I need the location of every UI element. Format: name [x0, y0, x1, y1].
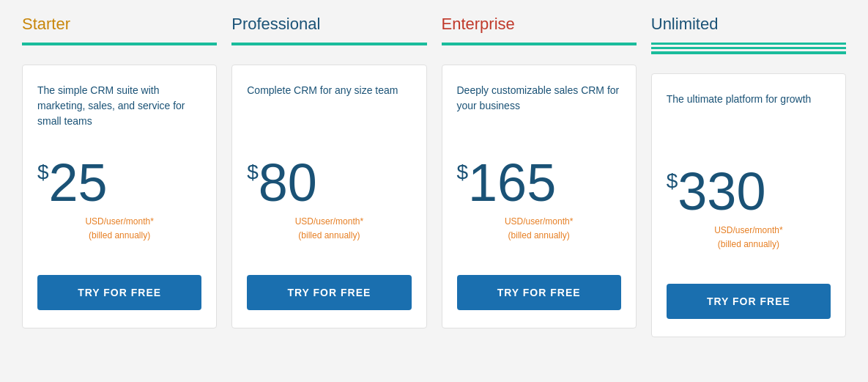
plan-header-professional: Professional [231, 15, 426, 65]
plan-card-enterprise: Deeply customizable sales CRM for your b… [442, 65, 637, 328]
price-details-professional: USD/user/month*(billed annually) [247, 215, 411, 243]
currency-symbol-professional: $ [247, 162, 259, 183]
currency-symbol-unlimited: $ [667, 171, 678, 191]
pricing-container: Starter The simple CRM suite with market… [15, 15, 853, 337]
plan-header-enterprise: Enterprise [442, 15, 637, 65]
plan-description-professional: Complete CRM for any size team [247, 83, 411, 142]
price-amount-starter: 25 [49, 156, 108, 209]
plan-card-unlimited: The ultimate platform for growth $ 330 U… [651, 73, 846, 337]
price-amount-unlimited: 330 [678, 165, 765, 218]
plan-header-unlimited: Unlimited [651, 15, 846, 73]
price-amount-enterprise: 165 [468, 156, 556, 209]
price-amount-professional: 80 [259, 156, 317, 209]
price-details-enterprise: USD/user/month*(billed annually) [457, 215, 621, 243]
plan-divider-starter [22, 43, 217, 45]
plan-title-professional: Professional [231, 15, 426, 43]
price-block-enterprise: $ 165 [457, 156, 621, 209]
price-block-unlimited: $ 330 [667, 165, 831, 218]
currency-symbol-enterprise: $ [457, 162, 469, 183]
try-for-free-button-professional[interactable]: TRY FOR FREE [247, 275, 411, 310]
plan-description-unlimited: The ultimate platform for growth [667, 92, 831, 150]
price-block-professional: $ 80 [247, 156, 411, 209]
plan-divider-professional [231, 43, 426, 45]
try-for-free-button-enterprise[interactable]: TRY FOR FREE [457, 275, 621, 310]
try-for-free-button-starter[interactable]: TRY FOR FREE [37, 275, 201, 310]
plan-card-professional: Complete CRM for any size team $ 80 USD/… [231, 65, 426, 328]
plan-column-enterprise: Enterprise Deeply customizable sales CRM… [434, 15, 644, 337]
plan-column-professional: Professional Complete CRM for any size t… [224, 15, 434, 337]
currency-symbol-starter: $ [37, 162, 49, 183]
try-for-free-button-unlimited[interactable]: TRY FOR FREE [667, 284, 831, 319]
plan-divider-enterprise [442, 43, 637, 45]
plan-title-unlimited: Unlimited [651, 15, 846, 43]
plan-divider-unlimited [651, 43, 846, 54]
plan-description-starter: The simple CRM suite with marketing, sal… [37, 83, 201, 142]
plan-header-starter: Starter [22, 15, 217, 65]
price-details-starter: USD/user/month*(billed annually) [37, 215, 201, 243]
price-details-unlimited: USD/user/month*(billed annually) [667, 224, 831, 251]
plan-title-enterprise: Enterprise [442, 15, 637, 43]
plan-title-starter: Starter [22, 15, 217, 43]
plan-column-unlimited: Unlimited The ultimate platform for grow… [644, 15, 853, 337]
plan-description-enterprise: Deeply customizable sales CRM for your b… [457, 83, 621, 142]
plan-card-starter: The simple CRM suite with marketing, sal… [22, 65, 217, 328]
plan-column-starter: Starter The simple CRM suite with market… [15, 15, 224, 337]
price-block-starter: $ 25 [37, 156, 201, 209]
